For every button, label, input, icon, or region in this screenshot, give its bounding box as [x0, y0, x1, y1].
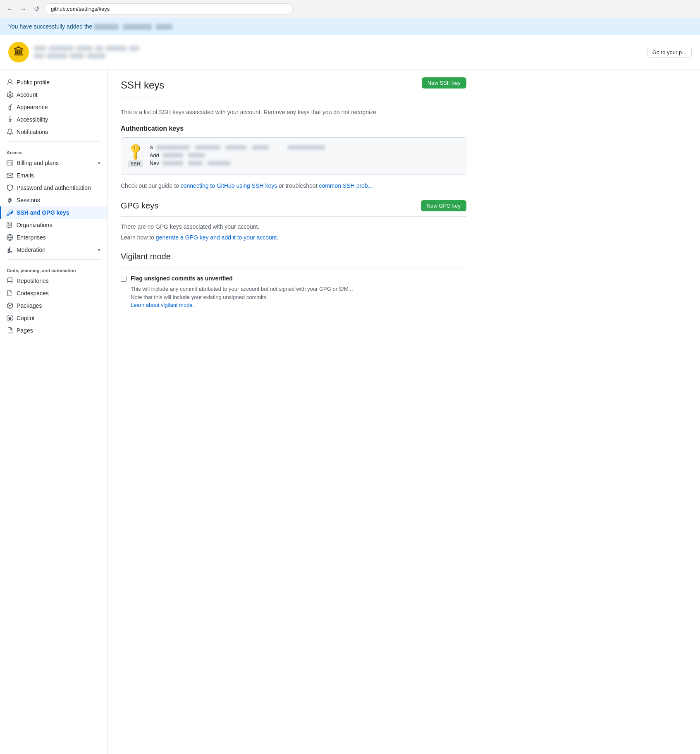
vigilant-checkbox-label[interactable]: Flag unsigned commits as unverified: [131, 275, 233, 282]
sidebar-item-label: Appearance: [17, 104, 48, 110]
success-text: You have successfully added the: [8, 23, 92, 30]
key-details: S Add Nev: [150, 144, 459, 168]
access-section-label: Access: [0, 145, 107, 157]
main-layout: Public profile Account Appearance Access…: [0, 69, 700, 754]
sidebar-item-label: Organizations: [17, 222, 52, 228]
key-icon-wrap: 🔑 SSH: [128, 144, 143, 167]
key-blurred-8: [162, 161, 183, 165]
gpg-learn-prefix: Learn how to: [121, 234, 154, 241]
vigilant-learn-link[interactable]: Learn about vigilant mode.: [131, 302, 194, 308]
sidebar-item-pages[interactable]: Pages: [0, 324, 107, 337]
ssh-badge: SSH: [128, 160, 143, 167]
code-section-label: Code, planning, and automation: [0, 263, 107, 275]
sidebar-item-organizations[interactable]: Organizations: [0, 219, 107, 231]
guide-text: Check out our guide to connecting to Git…: [121, 182, 466, 190]
shield-icon: [7, 184, 13, 191]
key-label-nev: Nev: [150, 160, 159, 166]
guide-prefix: Check out our guide to: [121, 182, 179, 189]
sidebar-item-label: Sessions: [17, 197, 40, 203]
key-blurred-2: [195, 145, 220, 150]
key-blurred-1: [156, 145, 189, 150]
new-gpg-key-button[interactable]: New GPG key: [421, 200, 466, 211]
sub-blurred-3: [70, 53, 84, 58]
sidebar-item-label: Repositories: [17, 278, 49, 284]
new-ssh-key-button[interactable]: New SSH key: [422, 77, 466, 89]
sub-blurred-4: [87, 53, 105, 58]
ssh-header-row: SSH keys New SSH key: [121, 79, 466, 105]
sidebar-divider-1: [7, 141, 100, 142]
gpg-learn-link[interactable]: generate a GPG key and add it to your ac…: [156, 234, 279, 241]
sidebar-item-moderation[interactable]: Moderation ▾: [0, 244, 107, 256]
key-blurred-7: [188, 153, 205, 158]
address-bar[interactable]: github.com/settings/keys: [45, 3, 293, 14]
mail-icon: [7, 172, 13, 179]
sessions-icon: [7, 197, 13, 203]
sidebar-item-billing[interactable]: Billing and plans ▾: [0, 157, 107, 169]
sidebar-item-notifications[interactable]: Notifications: [0, 126, 107, 138]
sub-blurred-1: [34, 53, 44, 58]
sidebar-item-public-profile[interactable]: Public profile: [0, 76, 107, 89]
username-blurred-6: [129, 46, 139, 51]
accessibility-icon: [7, 116, 13, 123]
sidebar-item-sessions[interactable]: Sessions: [0, 194, 107, 206]
user-header: 🏛 Go to your p...: [0, 35, 700, 69]
package-icon: [7, 302, 13, 309]
sidebar-item-label: Account: [17, 91, 38, 98]
sidebar-item-copilot[interactable]: Copilot: [0, 312, 107, 324]
sidebar-item-label: Codespaces: [17, 290, 49, 297]
org-icon: [7, 222, 13, 228]
gear-icon: [7, 91, 13, 98]
key-blurred-6: [162, 153, 183, 158]
guide-mid: or troubleshoot: [279, 182, 319, 189]
sidebar-divider-2: [7, 259, 100, 260]
key-blurred-4: [252, 145, 269, 150]
bell-icon: [7, 129, 13, 135]
forward-button[interactable]: →: [18, 4, 28, 14]
pages-icon: [7, 327, 13, 334]
gpg-header-row: GPG keys New GPG key: [121, 200, 466, 211]
back-button[interactable]: ←: [5, 4, 15, 14]
success-banner: You have successfully added the: [0, 18, 700, 35]
sidebar-item-emails[interactable]: Emails: [0, 169, 107, 182]
ssh-guide-link[interactable]: connecting to GitHub using SSH keys: [181, 182, 277, 189]
banner-blurred-3: [156, 24, 172, 30]
sub-blurred-2: [47, 53, 67, 58]
key-blurred-3: [226, 145, 246, 150]
sidebar-item-label: Copilot: [17, 315, 35, 321]
gpg-learn-text: Learn how to generate a GPG key and add …: [121, 233, 466, 242]
key-row-2: Add: [150, 152, 459, 158]
sidebar-item-appearance[interactable]: Appearance: [0, 101, 107, 113]
globe-icon: [7, 234, 13, 241]
vigilant-desc-1: This will include any commit attributed …: [131, 285, 466, 293]
goto-profile-button[interactable]: Go to your p...: [647, 47, 692, 58]
mod-icon: [7, 247, 13, 253]
key-row-3: Nev: [150, 160, 459, 166]
vigilant-desc-2: Note that this will include your existin…: [131, 293, 466, 302]
username-blurred-4: [95, 46, 103, 51]
sidebar-item-packages[interactable]: Packages: [0, 299, 107, 312]
key-blurred-10: [208, 161, 230, 165]
person-icon: [7, 79, 13, 86]
sidebar-item-repositories[interactable]: Repositories: [0, 275, 107, 287]
ssh-keys-title: SSH keys: [121, 79, 164, 98]
main-content: SSH keys New SSH key This is a list of S…: [108, 69, 480, 754]
sidebar-item-label: Password and authentication: [17, 184, 91, 191]
reload-button[interactable]: ↺: [31, 4, 41, 14]
sidebar-item-codespaces[interactable]: Codespaces: [0, 287, 107, 299]
ssh-troubleshoot-link[interactable]: common SSH prob...: [319, 182, 373, 189]
sidebar-item-account[interactable]: Account: [0, 89, 107, 101]
sidebar-item-ssh-gpg-keys[interactable]: SSH and GPG keys: [0, 206, 107, 219]
sidebar-item-enterprises[interactable]: Enterprises: [0, 231, 107, 244]
key-label-s: S: [150, 144, 153, 151]
sidebar: Public profile Account Appearance Access…: [0, 69, 108, 754]
key-large-icon: 🔑: [125, 141, 145, 161]
avatar: 🏛: [8, 42, 29, 62]
username-blurred-5: [106, 46, 127, 51]
sidebar-item-label: Enterprises: [17, 234, 46, 241]
vigilant-mode-checkbox[interactable]: [121, 276, 127, 282]
sidebar-item-password-auth[interactable]: Password and authentication: [0, 182, 107, 194]
banner-blurred-2: [123, 24, 152, 30]
key-label-add: Add: [150, 152, 159, 158]
vigilant-learn-text: Learn about vigilant mode.: [131, 301, 466, 309]
sidebar-item-accessibility[interactable]: Accessibility: [0, 113, 107, 126]
